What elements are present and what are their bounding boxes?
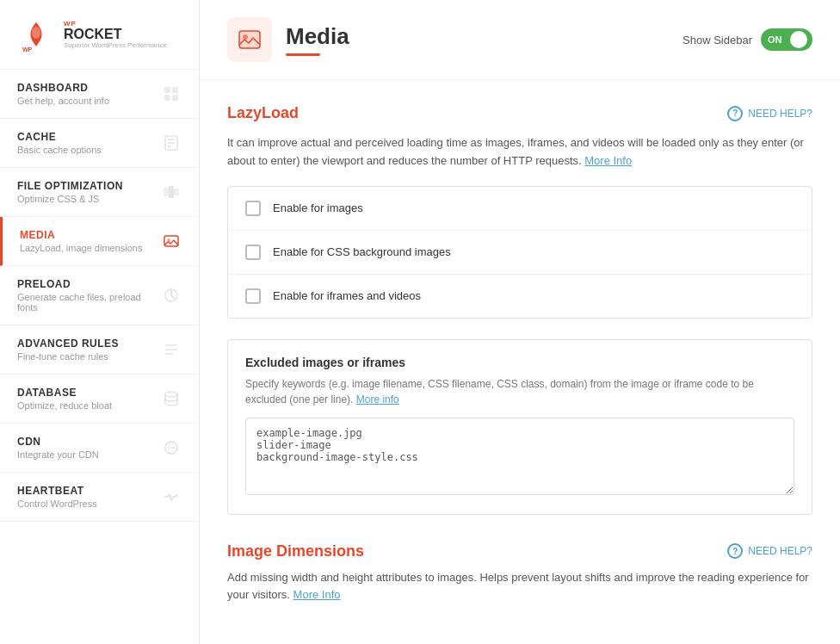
sidebar-item-dashboard[interactable]: DASHBOARDGet help, account info	[0, 70, 199, 119]
page-title-underline	[286, 53, 320, 56]
enable-css-bg-label: Enable for CSS background images	[273, 245, 451, 258]
enable-css-bg-checkbox[interactable]	[245, 245, 261, 260]
sidebar-item-heartbeat[interactable]: HEARTBEATControl WordPress	[0, 473, 199, 522]
lazyload-need-help-button[interactable]: ? NEED HELP?	[727, 106, 812, 121]
show-sidebar-label: Show Sidebar	[682, 34, 752, 46]
sidebar-item-subtitle-cache: Basic cache options	[17, 145, 161, 155]
enable-images-checkbox[interactable]	[245, 201, 261, 216]
image-dim-need-help-icon: ?	[727, 543, 743, 559]
sidebar-item-media[interactable]: MEDIALazyLoad, image dimensions	[0, 217, 199, 266]
enable-iframes-label: Enable for iframes and videos	[273, 289, 421, 302]
svg-rect-5	[164, 95, 170, 101]
image-dimensions-need-help-button[interactable]: ? NEED HELP?	[727, 543, 812, 559]
page-title-text: Media	[286, 23, 349, 56]
sidebar-item-title-database: DATABASE	[17, 387, 161, 399]
enable-iframes-checkbox[interactable]	[245, 288, 261, 304]
excluded-desc-text: Specify keywords (e.g. image filename, C…	[245, 378, 754, 406]
sidebar-item-icon-dashboard	[161, 84, 182, 104]
lazyload-title: LazyLoad	[227, 104, 299, 122]
sidebar-item-icon-cache	[161, 133, 182, 153]
sidebar-item-title-cdn: CDN	[17, 436, 161, 448]
option-row-images: Enable for images	[228, 187, 812, 231]
page-title-area: Media	[227, 17, 349, 62]
image-dimensions-title: Image Dimensions	[227, 542, 364, 560]
sidebar-item-subtitle-dashboard: Get help, account info	[17, 96, 161, 106]
image-dimensions-section-header: Image Dimensions ? NEED HELP?	[227, 542, 812, 560]
svg-rect-11	[164, 188, 169, 196]
sidebar-item-subtitle-database: Optimize, reduce bloat	[17, 400, 161, 411]
sidebar-item-title-advanced-rules: ADVANCED RULES	[17, 337, 161, 350]
sidebar-item-subtitle-media: LazyLoad, image dimensions	[20, 243, 161, 253]
need-help-icon: ?	[727, 106, 743, 121]
option-row-iframes: Enable for iframes and videos	[228, 275, 812, 318]
sidebar-item-icon-preload	[161, 285, 182, 306]
toggle-label: ON	[768, 34, 782, 45]
sidebar-item-advanced-rules[interactable]: ADVANCED RULESFine-tune cache rules	[0, 325, 199, 375]
svg-rect-13	[174, 189, 179, 195]
content-area: LazyLoad ? NEED HELP? It can improve act…	[200, 80, 840, 629]
toggle-knob	[790, 31, 807, 48]
svg-rect-14	[164, 236, 178, 246]
page-icon	[227, 17, 272, 62]
logo-area: WP WP ROCKET Superior WordPress Performa…	[0, 0, 199, 70]
sidebar-item-title-dashboard: DASHBOARD	[17, 82, 161, 94]
svg-rect-12	[169, 186, 174, 198]
sidebar-item-subtitle-file-optimization: Optimize CSS & JS	[17, 194, 161, 204]
svg-point-1	[32, 27, 40, 39]
sidebar-item-cache[interactable]: CACHEBasic cache options	[0, 119, 199, 168]
page-header: Media Show Sidebar ON	[200, 0, 840, 80]
svg-rect-24	[239, 31, 260, 48]
image-dimensions-description: Add missing width and height attributes …	[227, 569, 812, 605]
main-content: Media Show Sidebar ON LazyLoad ? NEED HE…	[200, 0, 840, 644]
sidebar-item-file-optimization[interactable]: FILE OPTIMIZATIONOptimize CSS & JS	[0, 168, 199, 217]
option-row-css-bg: Enable for CSS background images	[228, 231, 812, 275]
lazyload-options-box: Enable for images Enable for CSS backgro…	[227, 186, 812, 319]
sidebar-item-icon-heartbeat	[161, 486, 182, 507]
sidebar-item-icon-media	[161, 231, 182, 251]
excluded-section: Excluded images or iframes Specify keywo…	[227, 339, 812, 515]
show-sidebar-area: Show Sidebar ON	[682, 28, 812, 51]
sidebar-item-title-media: MEDIA	[20, 229, 161, 241]
sidebar: WP WP ROCKET Superior WordPress Performa…	[0, 0, 200, 644]
image-dim-more-info-link[interactable]: More Info	[293, 588, 341, 601]
excluded-title: Excluded images or iframes	[245, 356, 794, 369]
svg-rect-4	[172, 87, 178, 93]
sidebar-item-cdn[interactable]: CDNIntegrate your CDN	[0, 424, 199, 473]
sidebar-item-title-heartbeat: HEARTBEAT	[17, 485, 161, 497]
toggle-switch[interactable]: ON	[761, 28, 812, 51]
sidebar-item-subtitle-preload: Generate cache files, preload fonts	[17, 292, 161, 313]
lazyload-description: It can improve actual and perceived load…	[227, 134, 812, 170]
svg-rect-3	[164, 87, 170, 93]
sidebar-item-title-preload: PRELOAD	[17, 278, 161, 290]
sidebar-item-subtitle-advanced-rules: Fine-tune cache rules	[17, 351, 161, 362]
logo-text: WP ROCKET Superior WordPress Performance	[64, 20, 167, 49]
lazyload-more-info-link[interactable]: More Info	[584, 154, 632, 167]
sidebar-item-icon-cdn	[161, 437, 182, 458]
lazyload-section-header: LazyLoad ? NEED HELP?	[227, 104, 812, 122]
svg-text:WP: WP	[22, 46, 33, 53]
svg-point-20	[165, 392, 177, 397]
svg-rect-6	[172, 95, 178, 101]
sidebar-item-icon-file-optimization	[161, 182, 182, 202]
media-icon	[238, 28, 262, 52]
sidebar-item-subtitle-cdn: Integrate your CDN	[17, 449, 161, 460]
sidebar-item-preload[interactable]: PRELOADGenerate cache files, preload fon…	[0, 266, 199, 325]
sidebar-item-icon-database	[161, 388, 182, 409]
nav-items: DASHBOARDGet help, account infoCACHEBasi…	[0, 70, 199, 522]
excluded-desc: Specify keywords (e.g. image filename, C…	[245, 376, 794, 407]
lazyload-desc-text: It can improve actual and perceived load…	[227, 136, 804, 167]
need-help-label: NEED HELP?	[748, 108, 812, 120]
svg-point-26	[243, 34, 248, 40]
excluded-more-info-link[interactable]: More info	[356, 393, 399, 406]
sidebar-item-subtitle-heartbeat: Control WordPress	[17, 498, 161, 509]
image-dim-need-help-label: NEED HELP?	[748, 545, 812, 557]
sidebar-item-title-file-optimization: FILE OPTIMIZATION	[17, 180, 161, 192]
enable-images-label: Enable for images	[273, 201, 363, 214]
sidebar-item-database[interactable]: DATABASEOptimize, reduce bloat	[0, 375, 199, 424]
sidebar-item-title-cache: CACHE	[17, 131, 161, 143]
page-title: Media	[286, 23, 349, 50]
logo-icon: WP	[17, 15, 55, 53]
excluded-textarea[interactable]	[245, 418, 794, 495]
sidebar-item-icon-advanced-rules	[161, 339, 182, 360]
logo-tagline: Superior WordPress Performance	[64, 41, 167, 49]
